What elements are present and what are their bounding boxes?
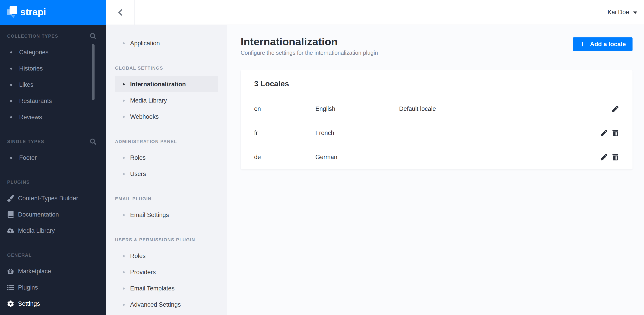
bullet-icon xyxy=(123,271,125,273)
sidebar-section-label: GENERAL xyxy=(7,253,32,258)
delete-locale-button[interactable] xyxy=(611,129,619,137)
sidebar-item-likes[interactable]: Likes xyxy=(0,77,106,93)
sidebar-item-label: Restaurants xyxy=(19,98,52,105)
settings-item-roles[interactable]: Roles xyxy=(115,150,218,166)
bullet-icon xyxy=(10,116,12,118)
bullet-icon xyxy=(123,255,125,257)
settings-section-email-plugin: EMAIL PLUGIN xyxy=(106,191,227,207)
sidebar-item-restaurants[interactable]: Restaurants xyxy=(0,93,106,109)
settings-item-email-settings[interactable]: Email Settings xyxy=(115,207,218,223)
strapi-logo[interactable]: strapi xyxy=(0,0,106,25)
settings-section-label: EMAIL PLUGIN xyxy=(115,196,152,201)
settings-item-roles[interactable]: Roles xyxy=(115,248,218,264)
topbar: Kai Doe xyxy=(106,0,644,25)
bullet-icon xyxy=(10,68,12,70)
settings-item-email-templates[interactable]: Email Templates xyxy=(115,280,218,296)
page-header: Internationalization Configure the setti… xyxy=(241,36,632,56)
brand-name: strapi xyxy=(20,7,46,18)
sidebar-item-categories[interactable]: Categories xyxy=(0,44,106,60)
sidebar-section-plugins: PLUGINS xyxy=(0,174,106,190)
settings-item-label: Application xyxy=(130,40,160,47)
bullet-icon xyxy=(123,42,125,44)
pencil-icon xyxy=(612,106,618,112)
settings-item-webhooks[interactable]: Webhooks xyxy=(115,109,218,125)
bullet-icon xyxy=(123,157,125,159)
locale-row-en: enEnglishDefault locale xyxy=(241,97,632,121)
settings-item-advanced-settings[interactable]: Advanced Settings xyxy=(115,296,218,313)
settings-item-label: Email Templates xyxy=(130,285,175,292)
sidebar-item-content-types-builder[interactable]: Content-Types Builder xyxy=(0,190,106,206)
chevron-left-icon xyxy=(118,9,123,16)
gear-icon xyxy=(7,300,14,307)
settings-item-label: Providers xyxy=(130,269,156,276)
page-title: Internationalization xyxy=(241,36,378,48)
sidebar-item-media-library[interactable]: Media Library xyxy=(0,223,106,239)
user-name: Kai Doe xyxy=(608,9,629,16)
edit-locale-button[interactable] xyxy=(611,105,619,113)
paint-brush-icon xyxy=(7,195,14,202)
search-icon[interactable] xyxy=(90,139,96,145)
locale-code: de xyxy=(254,154,315,161)
sidebar-item-marketplace[interactable]: Marketplace xyxy=(0,263,106,279)
trash-icon xyxy=(612,130,618,136)
settings-item-application[interactable]: Application xyxy=(115,35,218,51)
sidebar-section-collection-types: COLLECTION TYPES xyxy=(0,28,106,44)
settings-item-label: Advanced Settings xyxy=(130,301,181,308)
sidebar-item-label: Reviews xyxy=(19,114,42,121)
sidebar-item-histories[interactable]: Histories xyxy=(0,60,106,77)
sidebar-section-label: SINGLE TYPES xyxy=(7,139,44,144)
bullet-icon xyxy=(10,157,12,159)
sidebar-item-label: Histories xyxy=(19,65,43,72)
locales-card-header: 3 Locales xyxy=(241,70,632,97)
sidebar-item-label: Media Library xyxy=(18,227,55,234)
locales-count-heading: 3 Locales xyxy=(254,79,289,88)
sidebar-scrollbar-thumb[interactable] xyxy=(92,44,94,100)
settings-item-providers[interactable]: Providers xyxy=(115,264,218,280)
sidebar-item-documentation[interactable]: Documentation xyxy=(0,206,106,223)
back-button[interactable] xyxy=(106,0,134,25)
locale-row-de: deGerman xyxy=(241,145,632,169)
settings-section-label: USERS & PERMISSIONS PLUGIN xyxy=(115,237,195,242)
list-icon xyxy=(7,284,14,291)
edit-locale-button[interactable] xyxy=(600,153,608,161)
settings-item-internationalization[interactable]: Internationalization xyxy=(115,76,218,92)
sidebar-item-footer[interactable]: Footer xyxy=(0,150,106,166)
pencil-icon xyxy=(601,130,607,136)
strapi-logo-icon xyxy=(7,6,17,19)
locale-code: fr xyxy=(254,130,315,137)
settings-sidebar: ApplicationGLOBAL SETTINGSInternationali… xyxy=(106,25,227,315)
sidebar-item-label: Footer xyxy=(19,154,37,161)
bullet-icon xyxy=(10,84,12,86)
sidebar-item-settings[interactable]: Settings xyxy=(0,296,106,312)
edit-locale-button[interactable] xyxy=(600,129,608,137)
sidebar-item-reviews[interactable]: Reviews xyxy=(0,109,106,125)
sidebar-item-label: Plugins xyxy=(18,284,38,291)
locale-name: English xyxy=(315,105,399,112)
page-subtitle: Configure the settings for the internati… xyxy=(241,50,378,56)
settings-item-label: Email Settings xyxy=(130,212,169,219)
add-locale-button[interactable]: Add a locale xyxy=(573,37,632,51)
sidebar-item-label: Documentation xyxy=(18,211,59,218)
locale-row-fr: frFrench xyxy=(241,121,632,145)
settings-item-label: Roles xyxy=(130,253,146,259)
add-locale-label: Add a locale xyxy=(590,41,626,48)
bullet-icon xyxy=(10,51,12,53)
settings-item-users[interactable]: Users xyxy=(115,166,218,182)
locale-code: en xyxy=(254,105,315,112)
locales-card: 3 Locales enEnglishDefault localefrFrenc… xyxy=(241,70,632,169)
bullet-icon xyxy=(123,214,125,216)
settings-item-label: Users xyxy=(130,171,146,178)
bullet-icon xyxy=(123,100,125,102)
sidebar-item-plugins[interactable]: Plugins xyxy=(0,279,106,296)
sidebar-item-label: Marketplace xyxy=(18,268,51,275)
search-icon[interactable] xyxy=(90,33,96,39)
sidebar-section-general: GENERAL xyxy=(0,247,106,263)
book-icon xyxy=(7,211,14,218)
settings-section-users-permissions-plugin: USERS & PERMISSIONS PLUGIN xyxy=(106,232,227,248)
user-menu[interactable]: Kai Doe xyxy=(608,9,644,16)
settings-item-media-library[interactable]: Media Library xyxy=(115,92,218,109)
locale-name: French xyxy=(315,130,399,137)
locale-default-badge: Default locale xyxy=(399,105,611,112)
delete-locale-button[interactable] xyxy=(611,153,619,161)
plus-icon xyxy=(580,41,586,47)
